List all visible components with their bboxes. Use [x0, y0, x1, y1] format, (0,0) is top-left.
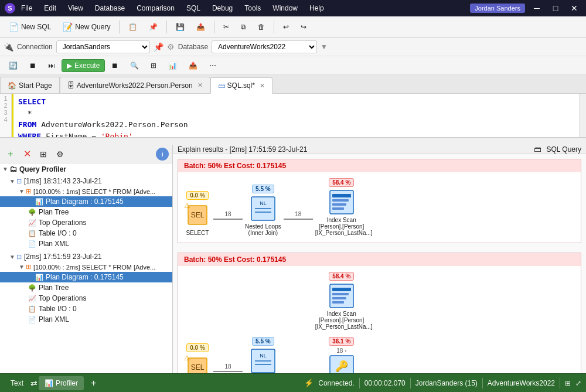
batch1-plan-xml[interactable]: 📄 Plan XML [0, 238, 172, 249]
batch1-query-row[interactable]: ▼ ⊞ [100.00% : 1ms] SELECT * FROM [Adve.… [0, 186, 172, 196]
profiler-icon: 📊 [45, 379, 53, 387]
batch2-label: [2ms] 17:51:59 23-Jul-21 [24, 253, 102, 261]
batch1-top-ops[interactable]: 📈 Top Operations [0, 217, 172, 228]
batch2-query-label: [100.00% : 2ms] SELECT * FROM [Adve... [33, 264, 155, 271]
menu-file[interactable]: File [19, 3, 35, 13]
cut-button[interactable]: ✂ [218, 21, 234, 33]
menu-view[interactable]: View [66, 3, 86, 13]
tab-sql-file[interactable]: 🗃 SQL.sql* ✕ [210, 77, 272, 94]
is-label-2: Index Scan[Person].[Person][IX_Person_La… [315, 311, 368, 330]
sql-file-label: SQL.sql* [227, 81, 255, 90]
execute-icon: ▶ [67, 62, 72, 70]
profiler-tree: ▼ 🗂 Query Profiler ▼ ⊡ [1ms] 18:31:43 23… [0, 163, 172, 373]
kl-v-line [345, 350, 346, 352]
batch2-row[interactable]: ▼ ⊡ [2ms] 17:51:59 23-Jul-21 [0, 251, 172, 262]
menu-tools[interactable]: Tools [242, 3, 263, 13]
batch1-plan-diagram[interactable]: 📊 Plan Diagram : 0.175145 [0, 196, 172, 207]
editor-hscrollbar[interactable] [0, 138, 586, 145]
plan-tree-icon: 🌳 [28, 209, 36, 216]
menu-edit[interactable]: Edit [42, 3, 59, 13]
text-tab[interactable]: Text [5, 376, 29, 390]
tab-close-adventure[interactable]: ✕ [197, 81, 203, 89]
stop-button[interactable]: ⏹ [24, 59, 42, 72]
copy2-button[interactable]: ⧉ [236, 21, 251, 33]
editor-text[interactable]: SELECT * FROM AdventureWorks2022.Person.… [13, 94, 579, 137]
explain-button[interactable]: 🔍 [125, 59, 144, 72]
titlebar-left: S File Edit View Database Comparison SQL… [5, 3, 326, 13]
explain-header: Explain results - [2ms] 17:51:59 23-Jul-… [173, 145, 586, 154]
expand-all-button[interactable]: ⊞ [36, 147, 50, 161]
batch2-table-io[interactable]: 📋 Table I/O : 0 [0, 304, 172, 314]
batch1-plan-tree[interactable]: 🌳 Plan Tree [0, 207, 172, 217]
batch2-plan-tree-icon: 🌳 [28, 284, 36, 292]
del-button[interactable]: 🗑 [253, 21, 270, 33]
editor-vscrollbar[interactable] [579, 94, 586, 137]
batch2-plan-diagram[interactable]: 📊 Plan Diagram : 0.175145 [0, 272, 172, 282]
maximize-button[interactable]: □ [548, 1, 563, 15]
connection-select[interactable]: JordanSanders [56, 40, 150, 53]
batch2-top-ops[interactable]: 📈 Top Operations [0, 293, 172, 304]
database-select[interactable]: AdventureWorks2022 [212, 40, 317, 53]
batch1-table-io[interactable]: 📋 Table I/O : 0 [0, 228, 172, 238]
menu-help[interactable]: Help [307, 3, 326, 13]
menu-comparison[interactable]: Comparison [134, 3, 177, 13]
batch2-plan-xml[interactable]: 📄 Plan XML [0, 314, 172, 325]
batch2-content: 0.0 % ⚠ SEL SELECT [178, 266, 581, 373]
adventure-works-label: AdventureWorks2022.Person.Person [77, 81, 193, 90]
batch2-query-row[interactable]: ▼ ⊞ [100.00% : 2ms] SELECT * FROM [Adve.… [0, 262, 172, 272]
layout-icon[interactable]: ⊞ [565, 379, 571, 387]
tab-start-page[interactable]: 🏠 Start Page [0, 77, 60, 93]
tree-root-node[interactable]: ▼ 🗂 Query Profiler [0, 163, 172, 175]
select-icon-box-2: ⚠ SEL [184, 354, 211, 373]
minimize-button[interactable]: ─ [530, 1, 544, 15]
close-button[interactable]: ✕ [567, 1, 581, 15]
tab-adventure-works[interactable]: 🗄 AdventureWorks2022.Person.Person ✕ [60, 77, 210, 93]
menu-debug[interactable]: Debug [210, 3, 235, 13]
refresh-button[interactable]: 🔄 [4, 59, 23, 72]
redo-button[interactable]: ↪ [295, 21, 312, 33]
expand-icon[interactable]: ⤢ [575, 379, 581, 387]
sql-query-button[interactable]: 🗃 SQL Query [534, 145, 581, 154]
svg-rect-18 [332, 288, 351, 291]
home-icon: 🏠 [8, 81, 16, 90]
plan-diagram-icon: 📊 [35, 198, 43, 206]
menu-window[interactable]: Window [270, 3, 300, 13]
menu-sql[interactable]: SQL [184, 3, 203, 13]
svg-rect-9 [332, 203, 346, 206]
save-button[interactable]: 💾 [171, 21, 190, 33]
left-panel: + ✕ ⊞ ⚙ i ▼ 🗂 Query Profiler [0, 145, 173, 373]
remove-profiler-button[interactable]: ✕ [20, 147, 34, 161]
profiler-tab[interactable]: 📊 Profiler [39, 376, 84, 390]
copy-button[interactable]: 📋 [123, 21, 142, 33]
status-sep-1 [359, 378, 360, 388]
stop-exec-button[interactable]: ⏹ [106, 59, 124, 72]
new-query-button[interactable]: 📝 New Query [57, 20, 115, 34]
chart-button[interactable]: 📊 [163, 59, 182, 72]
top-ops-label: Top Operations [39, 219, 86, 227]
execute-button[interactable]: ▶ Execute [62, 59, 105, 72]
new-sql-button[interactable]: 📄 New SQL [4, 20, 56, 34]
export2-icon: 📤 [189, 62, 197, 70]
format-button[interactable]: ⊞ [145, 59, 162, 72]
menu-database[interactable]: Database [93, 3, 127, 13]
swap-icon[interactable]: ⇄ [30, 376, 38, 390]
batch2-plan-tree[interactable]: 🌳 Plan Tree [0, 282, 172, 293]
batch1-row[interactable]: ▼ ⊡ [1ms] 18:31:43 23-Jul-21 [0, 176, 172, 186]
more-button[interactable]: ⋯ [204, 59, 222, 72]
step-button[interactable]: ⏭ [43, 59, 60, 72]
connection-icon: 🔌 [4, 42, 13, 52]
select-icon-box-1: ⚠ SEL [184, 202, 211, 229]
add-tab-button[interactable]: + [85, 376, 102, 390]
paste-button[interactable]: 📌 [144, 21, 163, 33]
kl-icon-box: 🔑 [328, 354, 355, 373]
export-button[interactable]: 📤 [191, 21, 210, 33]
export2-button[interactable]: 📤 [183, 59, 203, 72]
undo-button[interactable]: ↩ [278, 21, 294, 33]
kl-row: 18 [336, 347, 346, 354]
info-button[interactable]: i [156, 148, 169, 161]
cut-icon: ✂ [223, 23, 229, 31]
batch2-query-children: 📊 Plan Diagram : 0.175145 🌳 Plan Tree 📈 [0, 272, 172, 325]
add-profiler-button[interactable]: + [4, 147, 18, 161]
profiler-settings-button[interactable]: ⚙ [53, 147, 67, 161]
tab-close-sql[interactable]: ✕ [260, 82, 265, 90]
